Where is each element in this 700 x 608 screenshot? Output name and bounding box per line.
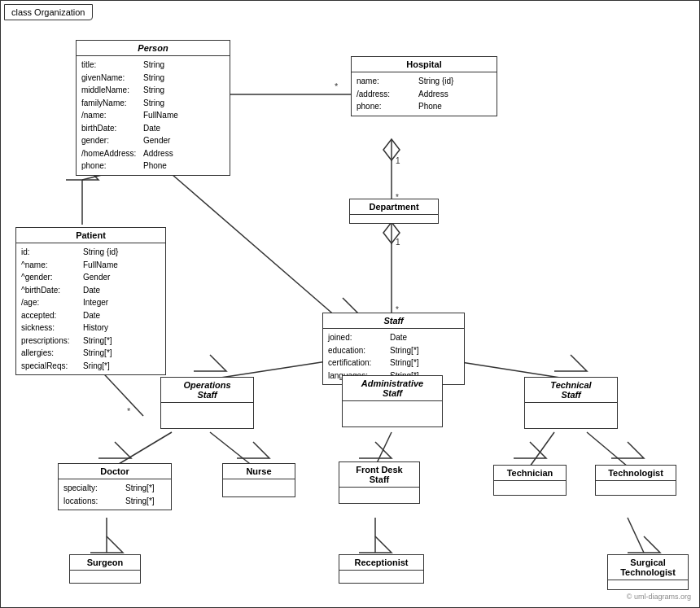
class-staff-name: Staff [323,313,464,329]
class-hospital-name: Hospital [352,57,497,72]
class-surgeon: Surgeon [69,554,141,584]
class-patient: Patient id:String {id} ^name:FullName ^g… [15,227,166,375]
class-technician: Technician [493,465,567,496]
class-technologist: Technologist [595,465,676,496]
svg-marker-7 [383,139,400,160]
svg-line-21 [587,432,628,466]
class-surgical-technologist: Surgical Technologist [607,554,689,590]
class-technical-staff-name: Technical Staff [525,378,617,403]
class-surgeon-name: Surgeon [70,555,140,571]
class-person: Person title:String givenName:String mid… [76,40,230,176]
class-department: Department [349,199,439,224]
class-nurse: Nurse [222,463,295,497]
class-department-attrs [350,215,438,223]
class-hospital: Hospital name:String {id} /address:Addre… [351,56,497,116]
svg-line-20 [530,432,554,466]
class-person-name: Person [77,41,230,56]
class-doctor: Doctor specialty:String[*] locations:Str… [58,463,172,510]
class-staff: Staff joined:Date education:String[*] ce… [322,313,465,385]
diagram-title: class Organization [4,4,93,20]
class-surgical-technologist-name: Surgical Technologist [608,555,688,580]
svg-line-18 [210,432,253,466]
class-hospital-attrs: name:String {id} /address:Address phone:… [352,72,497,116]
class-doctor-name: Doctor [59,464,171,479]
class-nurse-name: Nurse [223,464,295,479]
class-doctor-attrs: specialty:String[*] locations:String[*] [59,479,171,510]
watermark: © uml-diagrams.org [627,593,691,601]
class-receptionist: Receptionist [339,554,424,584]
svg-text:*: * [335,81,339,91]
diagram-container: class Organization * * 1 * 1 * [0,0,700,608]
class-receptionist-name: Receptionist [339,555,423,571]
class-patient-attrs: id:String {id} ^name:FullName ^gender:Ge… [16,243,165,374]
class-administrative-staff-name: Administrative Staff [343,376,442,401]
class-front-desk-staff-name: Front Desk Staff [339,462,419,488]
class-technologist-name: Technologist [596,466,676,481]
class-front-desk-staff: Front Desk Staff [339,461,420,504]
svg-text:1: 1 [396,156,400,165]
class-operations-staff: Operations Staff [160,377,254,429]
class-technician-name: Technician [494,466,566,481]
svg-line-17 [115,432,172,466]
svg-line-5 [160,164,343,322]
class-person-attrs: title:String givenName:String middleName… [77,56,230,175]
class-patient-name: Patient [16,228,165,243]
svg-line-24 [628,518,644,553]
class-operations-staff-name: Operations Staff [161,378,253,403]
class-department-name: Department [350,199,438,215]
class-technical-staff: Technical Staff [524,377,618,429]
class-administrative-staff: Administrative Staff [342,375,443,427]
svg-text:*: * [127,406,131,416]
svg-marker-11 [383,222,400,243]
svg-text:1: 1 [396,238,400,247]
